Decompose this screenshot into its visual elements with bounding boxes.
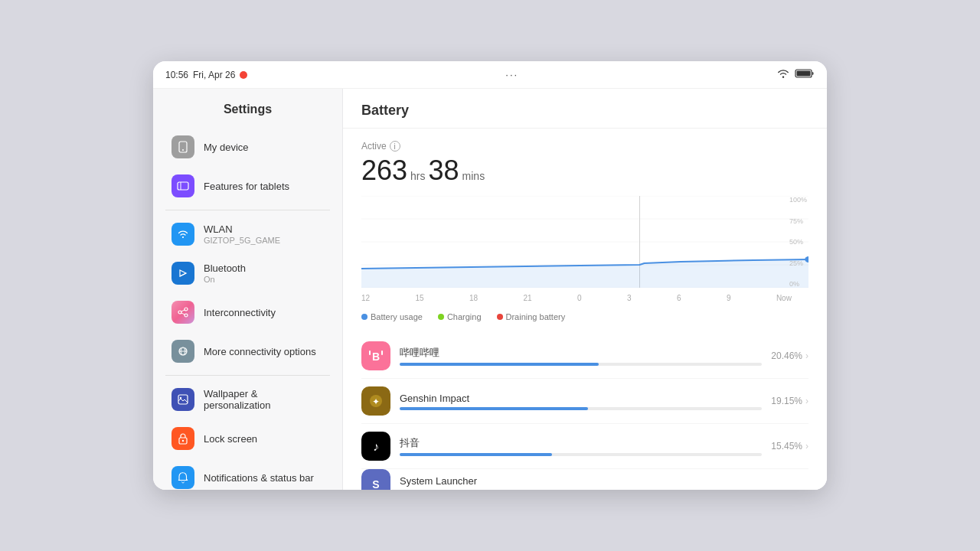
app-bar-bg-bilibili (400, 363, 762, 366)
sidebar-divider-2 (165, 375, 330, 376)
chevron-icon-tiktok: › (805, 441, 808, 452)
app-bar-fill-genshin (400, 407, 588, 410)
sidebar-item-features-tablets[interactable]: Features for tablets (159, 167, 336, 205)
wifi-icon (776, 68, 790, 81)
legend-battery-usage: Battery usage (361, 312, 423, 321)
battery-hrs-unit: hrs (410, 170, 425, 182)
wlan-icon (172, 223, 194, 246)
battery-icon (795, 68, 815, 81)
app-item-system-launcher[interactable]: S System Launcher (361, 469, 808, 490)
chart-legend: Battery usage Charging Draining battery (361, 309, 808, 328)
app-icon-tiktok: ♪ (361, 432, 390, 461)
legend-label-battery: Battery usage (371, 312, 423, 321)
sidebar-item-sublabel-wlan: GIZTOP_5G_GAME (204, 236, 280, 245)
app-bar-fill-system-launcher (400, 490, 727, 491)
sidebar-item-wlan[interactable]: WLAN GIZTOP_5G_GAME (159, 215, 336, 253)
sidebar-item-label-more-connectivity: More connectivity options (204, 346, 316, 357)
app-bar-fill-tiktok (400, 453, 552, 456)
main-content: Settings My device (153, 89, 827, 490)
tablet-frame: 10:56 Fri, Apr 26 ··· (153, 61, 827, 490)
chevron-icon-bilibili: › (805, 350, 808, 361)
svg-point-14 (180, 397, 181, 399)
app-icon-system-launcher: S (361, 469, 390, 490)
notification-dot (240, 71, 247, 79)
battery-time: 263 hrs 38 mins (361, 155, 808, 187)
battery-hours: 263 (361, 155, 407, 187)
app-percent-genshin: 19.15% › (771, 396, 808, 406)
chart-x-label-15: 15 (416, 294, 424, 302)
app-name-system-launcher: System Launcher (400, 475, 808, 487)
chart-y-label-0: 0% (789, 280, 807, 288)
time-display: 10:56 (165, 70, 188, 80)
app-bar-bg-tiktok (400, 453, 762, 456)
sidebar-item-wallpaper[interactable]: Wallpaper & personalization (159, 380, 336, 419)
app-bar-fill-bilibili (400, 363, 599, 366)
svg-point-16 (182, 440, 184, 442)
app-item-bilibili[interactable]: B 哔哩哔哩 20.46% › (361, 334, 808, 379)
app-item-genshin[interactable]: ✦ Genshin Impact 19.15% › (361, 379, 808, 424)
sidebar-item-label-features-tablets: Features for tablets (204, 181, 289, 192)
battery-chart: 100% 75% 50% 25% 0% 12 15 18 21 0 3 (361, 196, 808, 303)
more-button[interactable]: ··· (505, 69, 518, 80)
app-percent-bilibili: 20.46% › (771, 350, 808, 361)
chevron-icon-genshin: › (805, 396, 808, 406)
sidebar-item-notifications[interactable]: Notifications & status bar (159, 458, 336, 490)
legend-draining: Draining battery (497, 312, 566, 321)
sidebar-item-label-wallpaper: Wallpaper & personalization (204, 388, 324, 411)
chart-x-label-now: Now (776, 294, 792, 302)
legend-label-charging: Charging (447, 312, 482, 321)
app-info-tiktok: 抖音 (400, 436, 762, 456)
sidebar-item-label-lock-screen: Lock screen (204, 433, 257, 445)
chart-y-label-75: 75% (789, 217, 807, 225)
chart-y-label-100: 100% (789, 196, 807, 204)
svg-line-10 (181, 313, 185, 315)
app-name-genshin: Genshin Impact (400, 393, 762, 404)
top-bar: 10:56 Fri, Apr 26 ··· (153, 61, 827, 89)
svg-text:♪: ♪ (373, 440, 379, 453)
svg-rect-4 (178, 182, 188, 190)
info-icon[interactable]: i (390, 141, 400, 152)
svg-point-6 (178, 311, 181, 314)
top-bar-right (776, 68, 815, 81)
legend-dot-battery (361, 314, 368, 320)
app-bar-bg-system-launcher (400, 490, 808, 491)
chart-x-label-0: 0 (577, 294, 582, 302)
more-connectivity-icon (172, 340, 194, 363)
interconnectivity-icon (172, 301, 194, 324)
sidebar-item-lock-screen[interactable]: Lock screen (159, 419, 336, 458)
panel-title: Battery (343, 89, 827, 129)
app-item-tiktok[interactable]: ♪ 抖音 15.45% › (361, 424, 808, 469)
sidebar-item-interconnectivity[interactable]: Interconnectivity (159, 293, 336, 331)
legend-charging: Charging (438, 312, 482, 321)
chart-x-label-6: 6 (677, 294, 681, 302)
sidebar-item-my-device[interactable]: My device (159, 128, 336, 166)
svg-line-9 (181, 310, 185, 311)
battery-section: Active i 263 hrs 38 mins (343, 129, 827, 334)
wallpaper-icon (172, 388, 194, 411)
features-tablets-icon (172, 174, 194, 197)
sidebar-title: Settings (153, 95, 342, 127)
svg-marker-32 (361, 259, 808, 288)
sidebar-item-bluetooth[interactable]: Bluetooth On (159, 254, 336, 292)
sidebar-item-more-connectivity[interactable]: More connectivity options (159, 332, 336, 370)
battery-mins-unit: mins (462, 170, 485, 182)
chart-x-label-9: 9 (727, 294, 731, 302)
sidebar-item-label-bluetooth: Bluetooth (204, 262, 246, 274)
svg-rect-1 (796, 71, 810, 77)
sidebar-divider-1 (165, 210, 330, 210)
app-percent-tiktok: 15.45% › (771, 441, 808, 452)
sidebar-item-label-interconnectivity: Interconnectivity (204, 307, 276, 318)
date-display: Fri, Apr 26 (193, 70, 235, 80)
sidebar-item-label-notifications: Notifications & status bar (204, 472, 314, 484)
app-info-genshin: Genshin Impact (400, 393, 762, 410)
legend-label-draining: Draining battery (506, 312, 566, 321)
sidebar-item-label-my-device: My device (204, 142, 249, 153)
app-usage-list: B 哔哩哔哩 20.46% › (343, 334, 827, 490)
svg-text:✦: ✦ (372, 396, 380, 407)
chart-x-label-21: 21 (524, 294, 532, 302)
app-info-system-launcher: System Launcher (400, 475, 808, 491)
app-bar-bg-genshin (400, 407, 762, 410)
app-info-bilibili: 哔哩哔哩 (400, 346, 762, 366)
svg-text:S: S (372, 478, 379, 490)
my-device-icon (172, 135, 194, 158)
